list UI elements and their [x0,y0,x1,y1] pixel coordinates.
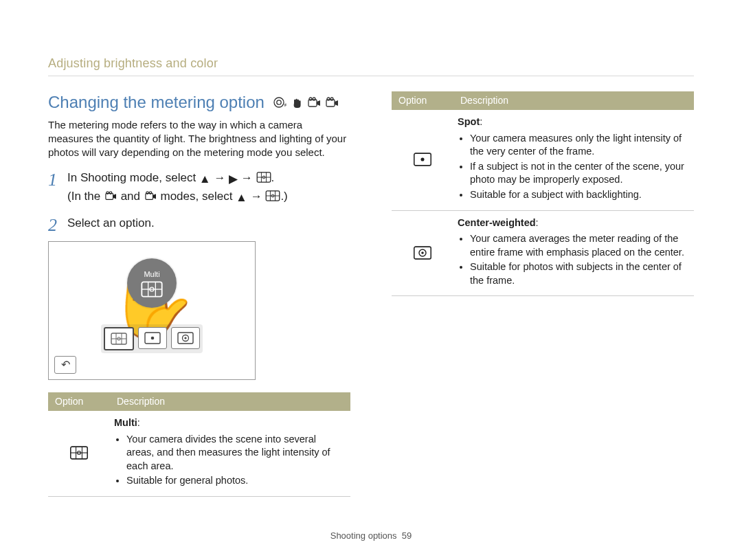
section-heading: Changing the metering option [48,91,350,113]
step-1-sub-mid: and [121,190,144,203]
up-triangle-icon: ▲ [199,172,211,188]
intro-text: The metering mode refers to the way in w… [48,118,350,160]
option-title: Spot [458,116,480,127]
right-triangle-icon: ▶ [229,172,238,188]
option-spot[interactable] [138,327,167,349]
option-center[interactable] [171,327,200,349]
step-2: Select an option. [48,216,350,232]
step-1: In Shooting mode, select ▲ → ▶ → . (In t… [48,170,350,206]
table-row: Spot: Your camera measures only the ligh… [392,110,694,210]
back-button[interactable]: ↶ [54,356,76,374]
bullet: If a subject is not in the center of the… [470,160,690,187]
video-mode-icon [307,96,321,112]
row-icon [392,110,453,210]
th-option: Option [48,392,110,411]
bullet: Your camera averages the meter reading o… [470,232,690,259]
step-2-text: Select an option. [67,216,155,229]
video-mode-icon [104,190,117,206]
up-triangle-icon: ▲ [236,190,247,206]
bullet: Your camera measures only the light inte… [470,132,690,159]
smart-video-mode-icon [325,96,339,112]
step-1-sub-b: modes, select [160,190,236,203]
row-icon [48,411,110,496]
page-footer: Shooting options 59 [0,530,742,542]
step-1-text: In Shooting mode, select [67,171,199,184]
bullet: Your camera divides the scene into sever… [126,433,346,473]
bullet: Suitable for photos with subjects in the… [470,260,690,287]
smart-video-mode-icon [144,190,157,206]
bullet: Suitable for a subject with backlighting… [470,188,690,202]
option-row [101,324,203,353]
table-row: Multi: Your camera divides the scene int… [48,411,350,496]
row-icon [392,210,453,296]
option-multi[interactable] [104,327,134,350]
th-description: Description [453,91,694,110]
back-icon: ↶ [61,357,70,372]
selected-bubble-label: Multi [144,269,159,280]
th-description: Description [110,392,350,411]
hand-mode-icon [291,96,303,112]
menu-diagram: ✋ Multi ↶ [48,241,256,380]
applicable-modes [273,96,339,112]
option-title: Multi [114,417,137,428]
th-option: Option [392,91,453,110]
selected-bubble: Multi [127,258,177,308]
table-row: Center-weighted: Your camera averages th… [392,210,694,296]
step-1-sub-a: (In the [67,190,104,203]
metering-multi-icon [256,172,271,188]
page-number: 59 [402,530,412,541]
right-column: Option Description Spot: Your camera mea… [392,91,694,497]
options-table-left: Option Description Multi: Your camera di… [48,392,350,497]
option-bullets: Your camera measures only the light inte… [458,132,690,202]
metering-multi-icon [265,190,280,206]
heading-text: Changing the metering option [48,91,265,113]
option-bullets: Your camera divides the scene into sever… [114,433,346,488]
bullet: Suitable for general photos. [126,474,346,488]
section-label: Adjusting brightness and color [48,55,694,76]
footer-label: Shooting options [330,530,397,541]
p-mode-icon [273,96,286,112]
steps-list: In Shooting mode, select ▲ → ▶ → . (In t… [48,170,350,232]
options-table-right: Option Description Spot: Your camera mea… [392,91,694,296]
option-title: Center-weighted [458,217,536,228]
left-column: Changing the metering option The meterin… [48,91,350,497]
option-bullets: Your camera averages the meter reading o… [458,232,690,287]
